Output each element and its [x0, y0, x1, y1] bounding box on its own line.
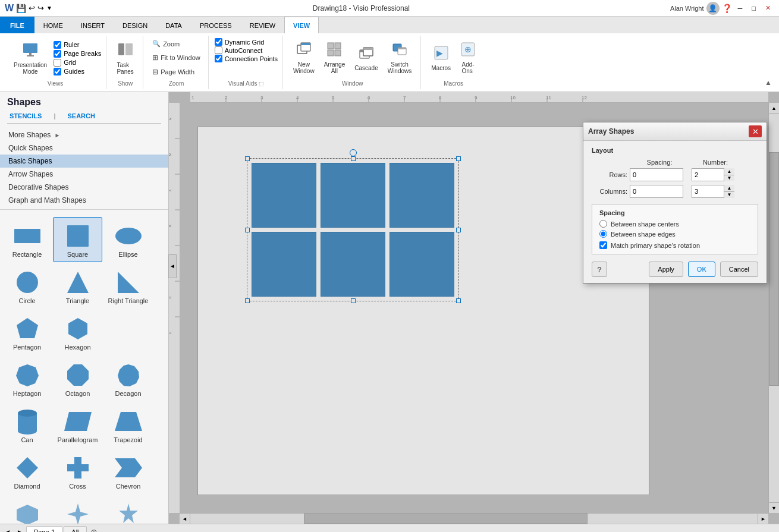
shape-heptagon[interactable]: Heptagon — [2, 356, 52, 401]
radio-centers[interactable]: Between shape centers — [599, 220, 750, 228]
add-page-btn[interactable]: ⊕ — [88, 527, 100, 533]
h-scroll-track[interactable] — [190, 514, 758, 524]
h-scroll-right-btn[interactable]: ► — [758, 514, 768, 524]
new-window-btn[interactable]: NewWindow — [289, 39, 319, 77]
sel-handle-tc[interactable] — [351, 156, 356, 161]
shape-circle[interactable]: Circle — [2, 263, 52, 309]
page-tab-page1[interactable]: Page-1 — [26, 526, 62, 533]
v-scroll-up-btn[interactable]: ▲ — [769, 103, 780, 114]
columns-spin-down[interactable]: ▼ — [724, 192, 734, 199]
zoom-btn[interactable]: 🔍 Zoom — [149, 38, 183, 49]
sidebar-tab-stencils[interactable]: STENCILS — [7, 111, 44, 121]
h-scrollbar[interactable]: ◄ ► — [180, 513, 768, 524]
apply-btn[interactable]: Apply — [649, 262, 683, 277]
shape-rectangle[interactable]: Rectangle — [2, 217, 52, 262]
v-scroll-track[interactable] — [769, 114, 779, 502]
sidebar-item-basic-shapes[interactable]: Basic Shapes — [0, 155, 168, 168]
connection-points-checkbox[interactable]: Connection Points — [215, 55, 278, 62]
dialog-title-bar[interactable]: Array Shapes ✕ — [583, 122, 767, 141]
sel-handle-bc[interactable] — [351, 298, 356, 303]
sidebar-collapse-btn[interactable]: ◄ — [168, 254, 177, 278]
shape-parallelogram[interactable]: Parallelogram — [53, 402, 102, 448]
minimize-btn[interactable]: ─ — [734, 5, 746, 12]
shape-right-triangle[interactable]: Right Triangle — [103, 263, 153, 309]
arrange-all-btn[interactable]: ArrangeAll — [320, 39, 350, 77]
shape-octagon[interactable]: Octagon — [53, 356, 102, 401]
cancel-btn[interactable]: Cancel — [720, 262, 758, 277]
shape-hexagon[interactable]: Hexagon — [53, 310, 102, 355]
rotation-handle[interactable] — [350, 149, 357, 156]
redo-icon[interactable]: ↪ — [37, 4, 44, 12]
ruler-checkbox[interactable]: Ruler — [54, 41, 101, 49]
task-panes-btn[interactable]: TaskPanes — [112, 38, 137, 78]
tab-insert[interactable]: INSERT — [72, 17, 114, 33]
fit-to-window-btn[interactable]: ⊞ Fit to Window — [149, 52, 203, 64]
columns-spin-up[interactable]: ▲ — [724, 185, 734, 192]
scroll-left-page-btn[interactable]: ◄ — [2, 528, 13, 532]
tab-file[interactable]: FILE — [0, 17, 34, 33]
sel-handle-bl[interactable] — [245, 298, 250, 303]
macros-btn[interactable]: ▶ Macros — [427, 42, 455, 74]
grid-checkbox[interactable]: Grid — [54, 59, 101, 67]
customize-icon[interactable]: ▼ — [46, 5, 52, 11]
help-btn[interactable]: ? — [592, 262, 607, 277]
sel-handle-ml[interactable] — [245, 228, 250, 232]
radio-edges[interactable]: Between shape edges — [599, 230, 750, 238]
ok-btn[interactable]: OK — [688, 262, 715, 277]
tab-process[interactable]: PROCESS — [191, 17, 241, 33]
sidebar-item-quick-shapes[interactable]: Quick Shapes — [0, 141, 168, 155]
match-rotation-checkbox[interactable]: Match primary shape's rotation — [599, 241, 750, 249]
sel-handle-tr[interactable] — [456, 156, 461, 161]
rows-spacing-input[interactable] — [630, 168, 683, 181]
shape-pentagon[interactable]: Pentagon — [2, 310, 52, 355]
shape-trapezoid[interactable]: Trapezoid — [103, 402, 153, 448]
v-scroll-down-btn[interactable]: ▼ — [769, 502, 780, 513]
shape-square[interactable]: Square — [53, 217, 102, 262]
page-tab-all[interactable]: All — [64, 526, 86, 533]
tab-data[interactable]: DATA — [156, 17, 191, 33]
shape-star5[interactable] — [103, 495, 153, 524]
shape-cube[interactable] — [2, 495, 52, 524]
save-icon[interactable]: 💾 — [16, 4, 26, 13]
close-btn[interactable]: ✕ — [762, 4, 774, 12]
maximize-btn[interactable]: □ — [748, 5, 759, 12]
ribbon-collapse-btn[interactable]: ▲ — [762, 77, 774, 88]
shape-triangle[interactable]: Triangle — [53, 263, 102, 309]
sidebar-item-arrow-shapes[interactable]: Arrow Shapes — [0, 168, 168, 181]
columns-spacing-input[interactable] — [630, 185, 683, 198]
shape-chevron[interactable]: Chevron — [103, 449, 153, 494]
shape-cross[interactable]: Cross — [53, 449, 102, 494]
shape-star4[interactable] — [53, 495, 102, 524]
presentation-mode-btn[interactable]: PresentationMode — [10, 38, 51, 78]
sidebar-item-decorative-shapes[interactable]: Decorative Shapes — [0, 181, 168, 194]
shape-ellipse[interactable]: Ellipse — [103, 217, 153, 262]
sidebar-item-graph-math[interactable]: Graph and Math Shapes — [0, 194, 168, 207]
rows-spin-down[interactable]: ▼ — [724, 175, 734, 182]
v-scroll-thumb[interactable] — [769, 152, 779, 385]
sidebar-tab-search[interactable]: SEARCH — [65, 111, 97, 121]
v-scrollbar[interactable]: ▲ ▼ — [768, 103, 779, 513]
guides-checkbox[interactable]: Guides — [54, 68, 101, 75]
sel-handle-mr[interactable] — [456, 228, 461, 232]
sel-handle-br[interactable] — [456, 298, 461, 303]
rows-spin-up[interactable]: ▲ — [724, 168, 734, 175]
tab-home[interactable]: HOME — [34, 17, 72, 33]
page-breaks-checkbox[interactable]: Page Breaks — [54, 50, 101, 58]
add-ons-btn[interactable]: ⊕ Add-Ons — [456, 39, 480, 77]
dynamic-grid-checkbox[interactable]: Dynamic Grid — [215, 38, 265, 46]
tab-design[interactable]: DESIGN — [114, 17, 156, 33]
undo-icon[interactable]: ↩ — [29, 4, 35, 12]
autoconnect-checkbox[interactable]: AutoConnect — [215, 46, 263, 54]
sel-handle-tl[interactable] — [245, 156, 250, 161]
help-icon[interactable]: ❓ — [722, 4, 732, 13]
h-scroll-thumb[interactable] — [304, 514, 588, 524]
sidebar-item-more-shapes[interactable]: More Shapes ► — [0, 128, 168, 141]
switch-windows-btn[interactable]: SwitchWindows — [384, 39, 416, 77]
shape-decagon[interactable]: Decagon — [103, 356, 153, 401]
dialog-close-btn[interactable]: ✕ — [749, 125, 762, 137]
h-scroll-left-btn[interactable]: ◄ — [180, 514, 190, 524]
shape-diamond[interactable]: Diamond — [2, 449, 52, 494]
cascade-btn[interactable]: Cascade — [350, 42, 382, 74]
scroll-right-page-btn[interactable]: ► — [14, 528, 25, 532]
shape-can[interactable]: Can — [2, 402, 52, 448]
